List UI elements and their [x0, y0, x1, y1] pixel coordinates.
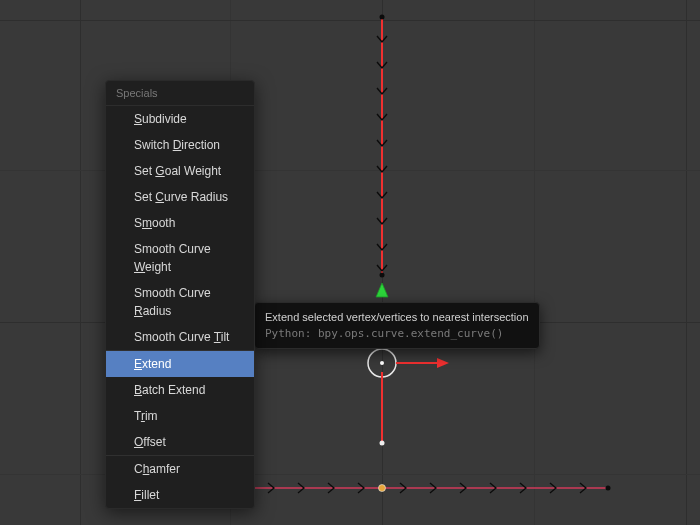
menu-item-set-goal-weight[interactable]: Set Goal Weight	[106, 158, 254, 184]
menu-item-offset[interactable]: Offset	[106, 429, 254, 455]
menu-item-smooth-curve-tilt[interactable]: Smooth Curve Tilt	[106, 324, 254, 350]
menu-item-batch-extend[interactable]: Batch Extend	[106, 377, 254, 403]
menu-item-fillet[interactable]: Fillet	[106, 482, 254, 508]
tooltip-text: Extend selected vertex/vertices to neare…	[265, 311, 529, 323]
menu-item-subdivide[interactable]: Subdivide	[106, 106, 254, 132]
curve-endpoint-selected[interactable]	[380, 441, 385, 446]
curve-endpoint[interactable]	[380, 273, 385, 278]
menu-item-smooth[interactable]: Smooth	[106, 210, 254, 236]
curve-endpoint[interactable]	[380, 15, 385, 20]
curve-endpoint[interactable]	[606, 486, 611, 491]
translate-gizmo[interactable]	[368, 349, 449, 377]
menu-item-smooth-curve-radius[interactable]: Smooth Curve Radius	[106, 280, 254, 324]
menu-group-2: Extend Batch Extend Trim Offset	[106, 351, 254, 455]
tooltip-python: Python: bpy.ops.curve.extend_curve()	[265, 327, 529, 340]
tooltip: Extend selected vertex/vertices to neare…	[254, 302, 540, 349]
gizmo-x-arrow-icon[interactable]	[437, 358, 449, 368]
menu-group-1: Subdivide Switch Direction Set Goal Weig…	[106, 106, 254, 350]
extend-direction-cone	[376, 283, 388, 297]
menu-item-switch-direction[interactable]: Switch Direction	[106, 132, 254, 158]
menu-item-extend[interactable]: Extend	[106, 351, 254, 377]
menu-title: Specials	[106, 81, 254, 106]
menu-item-set-curve-radius[interactable]: Set Curve Radius	[106, 184, 254, 210]
menu-item-chamfer[interactable]: Chamfer	[106, 456, 254, 482]
gizmo-center[interactable]	[380, 361, 384, 365]
specials-context-menu: Specials Subdivide Switch Direction Set …	[105, 80, 255, 509]
menu-item-smooth-curve-weight[interactable]: Smooth Curve Weight	[106, 236, 254, 280]
menu-group-3: Chamfer Fillet	[106, 456, 254, 508]
menu-item-trim[interactable]: Trim	[106, 403, 254, 429]
cursor-dot-icon[interactable]	[379, 485, 386, 492]
